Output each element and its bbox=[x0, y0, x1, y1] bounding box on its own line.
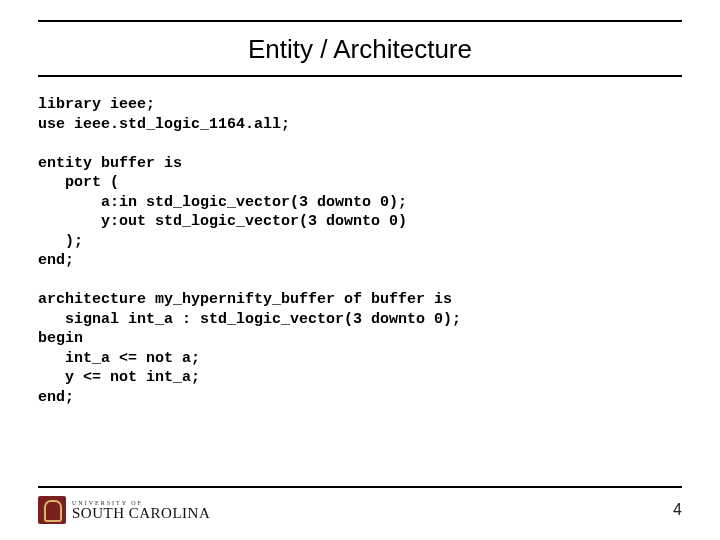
title-underline-rule bbox=[38, 75, 682, 77]
logo-school-name: SOUTH CAROLINA bbox=[72, 506, 210, 521]
footer-row: UNIVERSITY OF SOUTH CAROLINA 4 bbox=[38, 494, 682, 526]
code-block: library ieee; use ieee.std_logic_1164.al… bbox=[38, 95, 682, 407]
footer-rule bbox=[38, 486, 682, 488]
university-logo: UNIVERSITY OF SOUTH CAROLINA bbox=[38, 496, 210, 524]
slide-title: Entity / Architecture bbox=[38, 28, 682, 75]
top-rule bbox=[38, 20, 682, 22]
page-number: 4 bbox=[673, 501, 682, 519]
logo-text: UNIVERSITY OF SOUTH CAROLINA bbox=[72, 500, 210, 521]
slide: Entity / Architecture library ieee; use … bbox=[0, 0, 720, 540]
footer: UNIVERSITY OF SOUTH CAROLINA 4 bbox=[38, 486, 682, 526]
logo-mark-icon bbox=[38, 496, 66, 524]
